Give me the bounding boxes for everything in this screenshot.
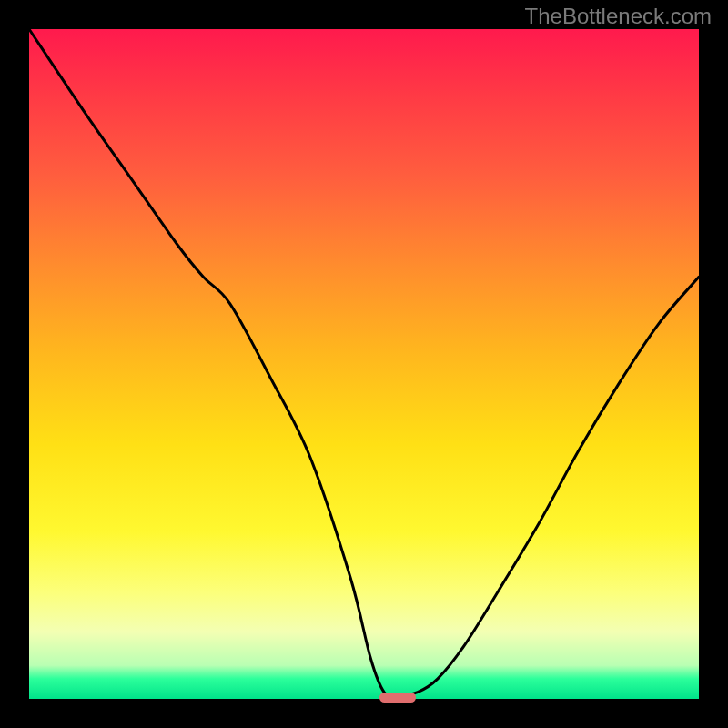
flat-bottom-marker bbox=[379, 693, 416, 702]
plot-area bbox=[29, 29, 699, 699]
bottleneck-curve bbox=[29, 29, 699, 696]
curve-svg bbox=[29, 29, 699, 699]
watermark-text: TheBottleneck.com bbox=[525, 4, 712, 29]
chart-frame: TheBottleneck.com bbox=[0, 0, 728, 728]
